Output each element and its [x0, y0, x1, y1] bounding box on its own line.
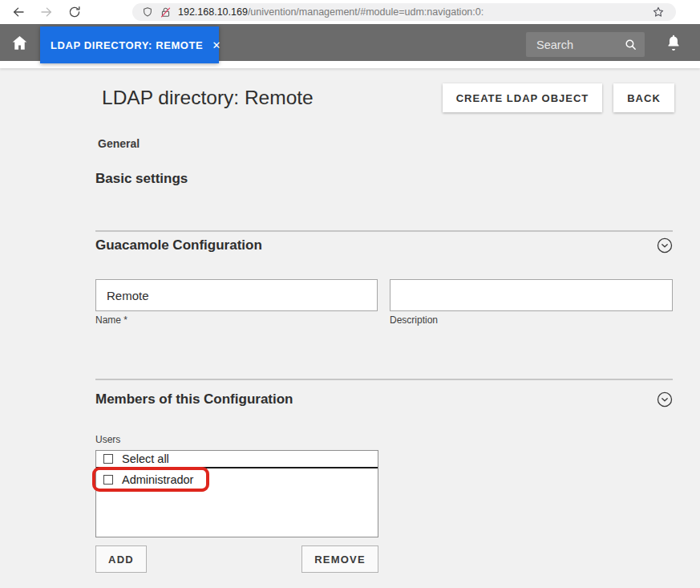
name-field[interactable] [95, 279, 378, 311]
add-button[interactable]: ADD [95, 545, 147, 573]
browser-forward-icon[interactable] [39, 5, 54, 19]
select-all-row[interactable]: Select all [96, 451, 378, 468]
url-text: 192.168.10.169/univention/management/#mo… [178, 6, 484, 18]
header-search [526, 32, 645, 57]
select-all-label: Select all [122, 452, 169, 465]
collapse-members-chevron-icon[interactable] [656, 391, 674, 408]
umc-header: LDAP DIRECTORY: REMOTE ✕ [0, 24, 700, 61]
home-button[interactable] [0, 24, 39, 61]
tab-ldap-directory-remote[interactable]: LDAP DIRECTORY: REMOTE ✕ [40, 26, 219, 63]
browser-reload-icon[interactable] [67, 5, 82, 19]
tracking-shield-icon[interactable] [142, 6, 153, 18]
bookmark-star-icon[interactable] [652, 6, 665, 18]
select-all-checkbox[interactable] [103, 454, 113, 464]
browser-toolbar: 192.168.10.169/univention/management/#mo… [0, 0, 700, 24]
tab-general[interactable]: General [98, 137, 140, 150]
module-page: LDAP directory: Remote CREATE LDAP OBJEC… [0, 61, 700, 588]
url-path: /univention/management/#module=udm:navig… [248, 6, 484, 18]
remove-button[interactable]: REMOVE [301, 545, 378, 573]
search-input[interactable] [536, 32, 617, 57]
list-item-label: Administrador [122, 473, 193, 486]
description-field[interactable] [390, 279, 673, 311]
section-divider [95, 230, 673, 232]
tab-close-icon[interactable]: ✕ [212, 39, 221, 51]
search-icon[interactable] [624, 38, 637, 51]
members-configuration-heading: Members of this Configuration [95, 391, 293, 408]
section-divider [95, 379, 673, 380]
insecure-lock-icon[interactable] [160, 6, 172, 18]
back-button[interactable]: BACK [613, 83, 674, 112]
description-field-label: Description [390, 314, 438, 326]
basic-settings-heading: Basic settings [95, 171, 188, 187]
administrador-checkbox[interactable] [103, 475, 113, 485]
name-field-label: Name * [95, 314, 127, 326]
collapse-guacamole-chevron-icon[interactable] [656, 237, 674, 254]
address-bar[interactable]: 192.168.10.169/univention/management/#mo… [132, 3, 676, 21]
browser-back-icon[interactable] [11, 5, 26, 19]
list-item-administrador[interactable]: Administrador [96, 470, 378, 489]
home-icon [10, 34, 29, 52]
tab-label: LDAP DIRECTORY: REMOTE [51, 39, 203, 51]
users-label: Users [95, 434, 120, 445]
notifications-bell-icon[interactable] [664, 33, 685, 53]
url-host: 192.168.10.169 [178, 6, 248, 18]
screen: 192.168.10.169/univention/management/#mo… [0, 0, 700, 588]
create-ldap-object-button[interactable]: CREATE LDAP OBJECT [443, 83, 602, 112]
page-title: LDAP directory: Remote [102, 87, 314, 109]
users-multiselect: Select all Administrador [95, 450, 378, 537]
guacamole-configuration-heading: Guacamole Configuration [95, 237, 262, 253]
